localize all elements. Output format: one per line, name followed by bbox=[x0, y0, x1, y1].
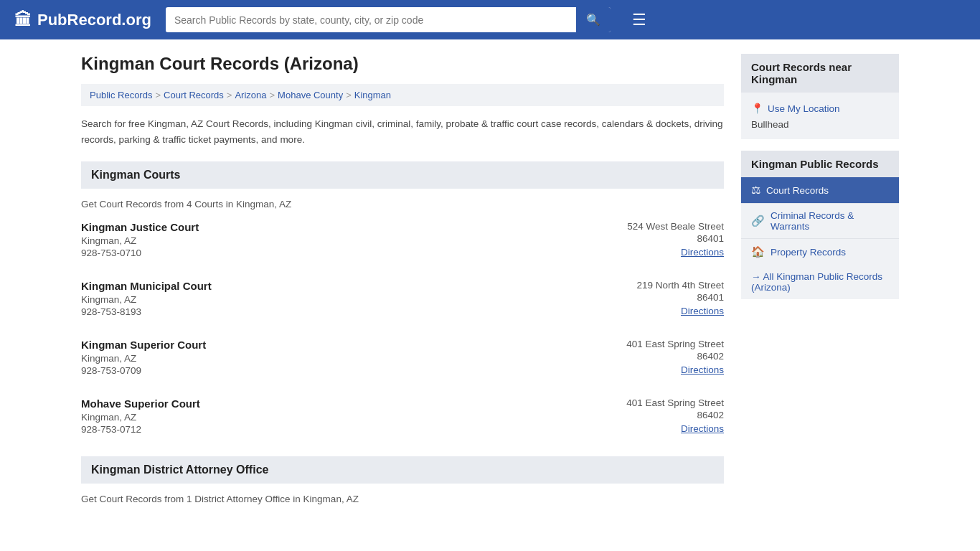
directions-link[interactable]: Directions bbox=[681, 423, 724, 434]
court-address-block: 401 East Spring Street 86402 Directions bbox=[626, 397, 724, 434]
court-zip: 86402 bbox=[626, 351, 724, 362]
court-zip: 86401 bbox=[636, 292, 724, 303]
breadcrumb-sep-3: > bbox=[270, 90, 275, 100]
court-entry: Mohave Superior Court Kingman, AZ 928-75… bbox=[81, 397, 724, 439]
main-container: Kingman Court Records (Arizona) Public R… bbox=[60, 39, 920, 530]
search-input[interactable] bbox=[166, 9, 576, 32]
nearby-city[interactable]: Bullhead bbox=[751, 117, 889, 132]
sidebar-records-list: ⚖ Court Records 🔗 Criminal Records & War… bbox=[741, 177, 899, 265]
record-icon: 🔗 bbox=[751, 215, 765, 227]
directions-link[interactable]: Directions bbox=[681, 306, 724, 316]
da-section-header: Kingman District Attorney Office bbox=[81, 456, 724, 484]
court-phone: 928-753-0709 bbox=[81, 365, 206, 376]
menu-button[interactable]: ☰ bbox=[632, 11, 646, 29]
sidebar-record-item[interactable]: ⚖ Court Records bbox=[741, 177, 899, 204]
page-description: Search for free Kingman, AZ Court Record… bbox=[81, 116, 724, 147]
near-kingman-box: Court Records near Kingman 📍 Use My Loca… bbox=[741, 54, 899, 139]
breadcrumb-sep-2: > bbox=[227, 90, 232, 100]
breadcrumb-sep-1: > bbox=[155, 90, 161, 100]
court-phone: 928-753-8193 bbox=[81, 306, 212, 317]
court-entry: Kingman Justice Court Kingman, AZ 928-75… bbox=[81, 221, 724, 263]
court-address-block: 401 East Spring Street 86402 Directions bbox=[626, 339, 724, 375]
main-content: Kingman Court Records (Arizona) Public R… bbox=[81, 54, 724, 516]
page-title: Kingman Court Records (Arizona) bbox=[81, 54, 724, 74]
court-street: 219 North 4th Street bbox=[636, 280, 724, 291]
court-info: Kingman Municipal Court Kingman, AZ 928-… bbox=[81, 280, 212, 319]
record-icon: 🏠 bbox=[751, 245, 765, 258]
court-location: Kingman, AZ bbox=[81, 294, 212, 305]
use-location-label: Use My Location bbox=[768, 103, 840, 114]
record-link[interactable]: Court Records bbox=[766, 185, 829, 196]
directions-link[interactable]: Directions bbox=[681, 247, 724, 258]
court-info: Kingman Justice Court Kingman, AZ 928-75… bbox=[81, 221, 199, 260]
court-street: 401 East Spring Street bbox=[626, 339, 724, 349]
court-phone: 928-753-0712 bbox=[81, 424, 200, 435]
court-street: 401 East Spring Street bbox=[626, 397, 724, 408]
court-location: Kingman, AZ bbox=[81, 412, 200, 423]
location-icon: 📍 bbox=[751, 103, 763, 114]
header: 🏛 PubRecord.org 🔍 ☰ bbox=[0, 0, 980, 39]
logo[interactable]: 🏛 PubRecord.org bbox=[14, 10, 151, 30]
search-bar: 🔍 bbox=[166, 7, 611, 32]
directions-link[interactable]: Directions bbox=[681, 364, 724, 375]
record-icon: ⚖ bbox=[751, 184, 760, 197]
near-kingman-header: Court Records near Kingman bbox=[741, 54, 899, 93]
sidebar-record-item[interactable]: 🏠 Property Records bbox=[741, 239, 899, 265]
court-address-block: 524 West Beale Street 86401 Directions bbox=[627, 221, 724, 258]
search-button[interactable]: 🔍 bbox=[576, 7, 611, 32]
court-street: 524 West Beale Street bbox=[627, 221, 724, 232]
near-kingman-body: 📍 Use My Location Bullhead bbox=[741, 93, 899, 139]
court-entry: Kingman Superior Court Kingman, AZ 928-7… bbox=[81, 339, 724, 380]
court-info: Kingman Superior Court Kingman, AZ 928-7… bbox=[81, 339, 206, 377]
court-info: Mohave Superior Court Kingman, AZ 928-75… bbox=[81, 397, 200, 436]
courts-section-header: Kingman Courts bbox=[81, 161, 724, 189]
court-phone: 928-753-0710 bbox=[81, 248, 199, 258]
sidebar-record-item[interactable]: 🔗 Criminal Records & Warrants bbox=[741, 204, 899, 239]
court-location: Kingman, AZ bbox=[81, 235, 199, 246]
court-entries: Kingman Justice Court Kingman, AZ 928-75… bbox=[81, 221, 724, 439]
courts-section-desc: Get Court Records from 4 Courts in Kingm… bbox=[81, 199, 724, 209]
breadcrumb-sep-4: > bbox=[346, 90, 352, 100]
court-location: Kingman, AZ bbox=[81, 353, 206, 364]
breadcrumb-mohave-county[interactable]: Mohave County bbox=[278, 90, 343, 100]
breadcrumb-kingman[interactable]: Kingman bbox=[354, 90, 391, 100]
logo-icon: 🏛 bbox=[14, 10, 32, 30]
all-records-link[interactable]: → All Kingman Public Records (Arizona) bbox=[741, 265, 899, 299]
court-entry: Kingman Municipal Court Kingman, AZ 928-… bbox=[81, 280, 724, 321]
court-address-block: 219 North 4th Street 86401 Directions bbox=[636, 280, 724, 316]
court-name: Mohave Superior Court bbox=[81, 397, 200, 410]
sidebar: Court Records near Kingman 📍 Use My Loca… bbox=[741, 54, 899, 516]
court-name: Kingman Justice Court bbox=[81, 221, 199, 233]
court-name: Kingman Superior Court bbox=[81, 339, 206, 351]
breadcrumb-arizona[interactable]: Arizona bbox=[235, 90, 266, 100]
record-link[interactable]: Criminal Records & Warrants bbox=[771, 210, 889, 232]
kingman-public-records-box: Kingman Public Records ⚖ Court Records 🔗… bbox=[741, 151, 899, 299]
da-section-desc: Get Court Records from 1 District Attorn… bbox=[81, 494, 724, 504]
public-records-header: Kingman Public Records bbox=[741, 151, 899, 177]
use-my-location[interactable]: 📍 Use My Location bbox=[751, 100, 889, 117]
breadcrumb-public-records[interactable]: Public Records bbox=[90, 90, 152, 100]
breadcrumb: Public Records > Court Records > Arizona… bbox=[81, 84, 724, 106]
logo-text: PubRecord.org bbox=[37, 11, 151, 29]
breadcrumb-court-records[interactable]: Court Records bbox=[164, 90, 224, 100]
all-records-anchor[interactable]: → All Kingman Public Records (Arizona) bbox=[751, 271, 882, 293]
record-link[interactable]: Property Records bbox=[771, 247, 846, 258]
court-zip: 86402 bbox=[626, 410, 724, 420]
court-name: Kingman Municipal Court bbox=[81, 280, 212, 292]
court-zip: 86401 bbox=[627, 233, 724, 244]
